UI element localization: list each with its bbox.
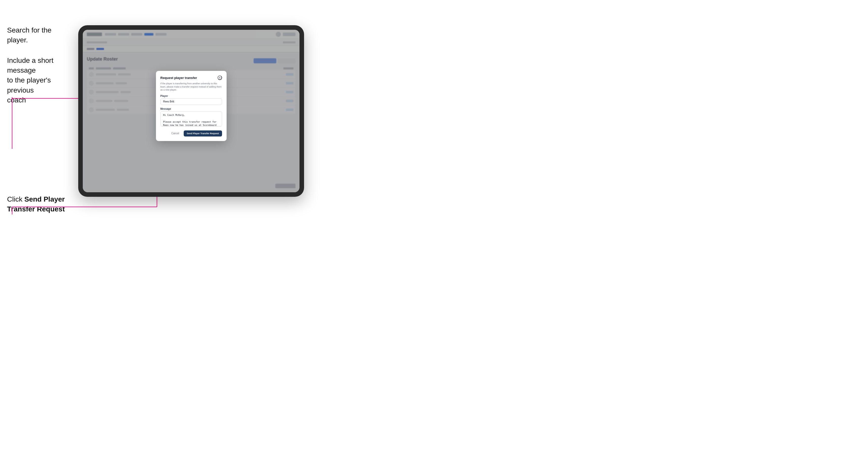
modal-footer: Cancel Send Player Transfer Request [160,130,222,136]
message-field-label: Message [160,107,222,110]
modal-header: Request player transfer × [160,75,222,80]
annotation-click-text: Click Send Player Transfer Request [7,194,73,214]
tablet-screen: Update Roster [83,30,300,192]
modal-overlay: Request player transfer × If the player … [83,30,300,192]
player-search-input[interactable] [160,98,222,105]
player-field-label: Player [160,95,222,97]
modal-title: Request player transfer [160,76,197,80]
annotation-search-text: Search for the player. [7,25,71,45]
cancel-button[interactable]: Cancel [169,130,182,136]
message-textarea[interactable]: Hi Coach McHarg, Please accept this tran… [160,111,222,126]
modal-description: If the player is transferring from anoth… [160,82,222,92]
send-transfer-request-button[interactable]: Send Player Transfer Request [184,130,222,136]
tablet-device: Update Roster [78,25,304,197]
request-transfer-modal: Request player transfer × If the player … [156,71,226,141]
modal-close-button[interactable]: × [217,75,222,80]
annotation-message-text: Include a short messageto the player's p… [7,56,73,105]
